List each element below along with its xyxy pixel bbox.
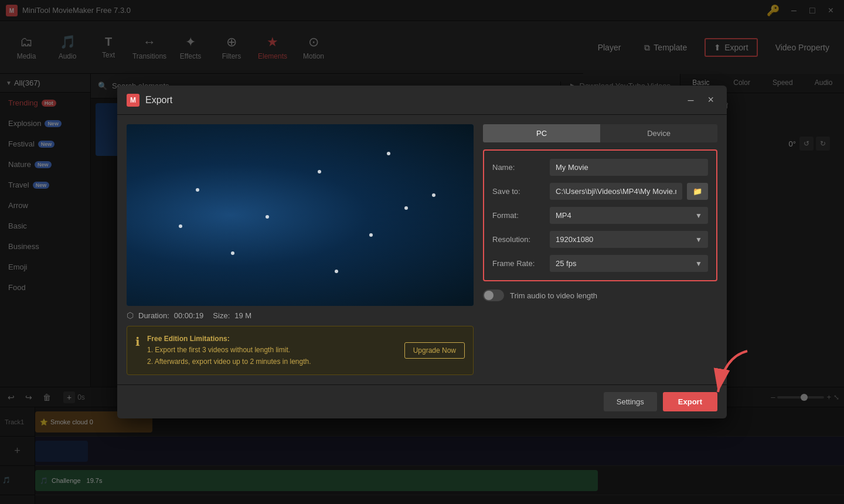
- frame-rate-row: Frame Rate: 25 fps ▼: [492, 255, 708, 272]
- sparkle-9: [432, 193, 435, 197]
- warning-line-2: 2. Afterwards, export video up to 2 minu…: [147, 357, 311, 366]
- warning-icon: ℹ: [135, 335, 140, 349]
- sparkle-10: [179, 224, 182, 228]
- frame-rate-select[interactable]: 25 fps ▼: [550, 255, 708, 272]
- modal-close-button[interactable]: ×: [704, 93, 717, 107]
- size-label: Size:: [213, 311, 230, 320]
- tab-pc[interactable]: PC: [483, 124, 600, 142]
- resolution-value: 1920x1080: [556, 235, 593, 244]
- save-to-input[interactable]: [550, 183, 682, 200]
- modal-overlay: M Export – ×: [0, 0, 844, 504]
- format-chevron: ▼: [695, 212, 702, 220]
- format-label: Format:: [492, 211, 545, 220]
- export-settings-box: Name: Save to: 📁 Format: MP4 ▼: [483, 149, 717, 281]
- preview-info: ⬡ Duration: 00:00:19 Size: 19 M: [127, 311, 474, 320]
- format-value: MP4: [556, 211, 571, 220]
- water-bg: [127, 124, 474, 306]
- name-input[interactable]: [550, 159, 708, 176]
- modal-settings: PC Device Name: Save to: 📁: [483, 124, 717, 375]
- modal-body: ⬡ Duration: 00:00:19 Size: 19 M ℹ Free E…: [117, 115, 727, 384]
- toggle-knob: [484, 291, 494, 300]
- export-action-button[interactable]: Export: [663, 392, 717, 411]
- trim-label: Trim audio to video length: [510, 291, 597, 300]
- sparkle-2: [318, 170, 321, 173]
- resolution-label: Resolution:: [492, 235, 545, 244]
- sparkle-5: [404, 206, 408, 210]
- trim-toggle[interactable]: [483, 290, 504, 301]
- resolution-chevron: ▼: [695, 236, 702, 244]
- name-row: Name:: [492, 159, 708, 176]
- sparkle-3: [266, 215, 269, 219]
- save-to-label: Save to:: [492, 187, 545, 196]
- modal-minimize-button[interactable]: –: [683, 93, 698, 107]
- upgrade-button[interactable]: Upgrade Now: [404, 342, 465, 359]
- frame-rate-chevron: ▼: [695, 260, 702, 268]
- duration-label: Duration:: [138, 311, 169, 320]
- frame-rate-label: Frame Rate:: [492, 259, 545, 268]
- export-modal: M Export – ×: [117, 86, 727, 418]
- format-row: Format: MP4 ▼: [492, 207, 708, 224]
- trim-row: Trim audio to video length: [483, 290, 717, 301]
- duration-value: 00:00:19: [174, 311, 204, 320]
- warning-line-1: 1. Export the first 3 videos without len…: [147, 346, 290, 354]
- modal-title: Export: [145, 95, 677, 105]
- warning-text: Free Edition Limitations: 1. Export the …: [147, 333, 397, 367]
- modal-preview: ⬡ Duration: 00:00:19 Size: 19 M ℹ Free E…: [127, 124, 474, 375]
- sparkle-6: [231, 251, 234, 255]
- resolution-row: Resolution: 1920x1080 ▼: [492, 231, 708, 248]
- warning-title: Free Edition Limitations:: [147, 335, 230, 343]
- format-select[interactable]: MP4 ▼: [550, 207, 708, 224]
- sparkle-7: [387, 152, 390, 155]
- frame-rate-value: 25 fps: [556, 259, 576, 268]
- modal-footer: Settings Export: [117, 384, 727, 418]
- name-label: Name:: [492, 163, 545, 172]
- settings-button[interactable]: Settings: [604, 392, 657, 411]
- resolution-select[interactable]: 1920x1080 ▼: [550, 231, 708, 248]
- tab-device[interactable]: Device: [600, 124, 717, 142]
- folder-browse-button[interactable]: 📁: [687, 183, 708, 200]
- preview-video: [127, 124, 474, 306]
- warning-box: ℹ Free Edition Limitations: 1. Export th…: [127, 326, 474, 375]
- modal-logo: M: [127, 94, 139, 107]
- save-to-row: Save to: 📁: [492, 183, 708, 200]
- modal-header: M Export – ×: [117, 86, 727, 115]
- export-tabs: PC Device: [483, 124, 717, 142]
- size-value: 19 M: [234, 311, 251, 320]
- preview-info-icon: ⬡: [127, 311, 134, 320]
